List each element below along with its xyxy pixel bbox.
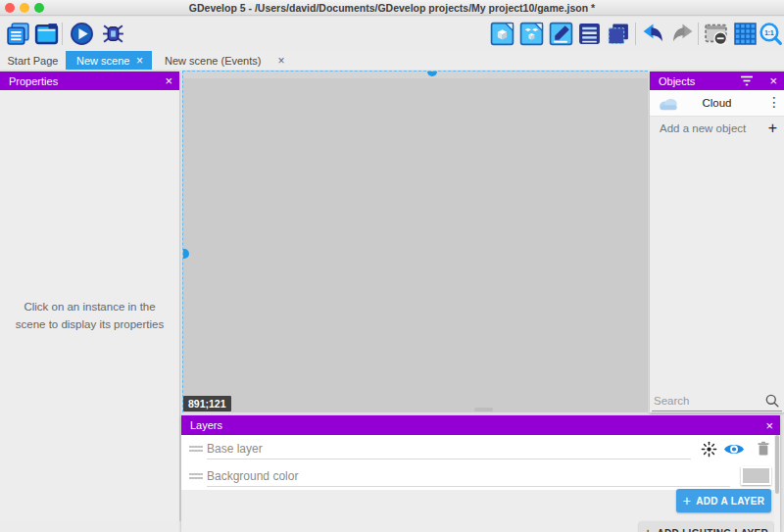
redo-icon (670, 22, 695, 46)
plus-icon: + (683, 494, 691, 508)
layer-name-input[interactable] (207, 438, 691, 459)
tab-new-scene[interactable]: New scene × (66, 51, 152, 70)
undo-button[interactable] (639, 20, 666, 47)
objects-panel-title: Objects (659, 75, 695, 87)
debugger-bug-icon (101, 22, 125, 46)
trash-icon (757, 441, 770, 457)
layer-row-base (181, 435, 774, 462)
toolbar-separator (62, 23, 63, 45)
add-new-object-label: Add a new object (650, 122, 746, 134)
layer-name-input[interactable] (207, 465, 730, 487)
objects-search-field[interactable] (652, 390, 782, 411)
tabbar: Start Page New scene × New scene (Events… (0, 51, 784, 70)
close-icon[interactable]: × (769, 73, 777, 88)
properties-panel-header: Properties × (0, 72, 179, 90)
properties-empty-message: Click on an instance in the scene to dis… (8, 299, 172, 334)
eye-icon (723, 442, 745, 457)
drag-handle-icon[interactable] (189, 473, 203, 481)
window-mask-icon (704, 22, 728, 46)
layers-stack-icon (606, 22, 630, 46)
statusbar-strip (0, 521, 181, 532)
add-lighting-layer-button[interactable]: + ADD LIGHTING LAYER (639, 521, 773, 532)
preview-play-button[interactable] (68, 20, 95, 47)
properties-panel: Properties × Click on an instance in the… (0, 72, 179, 521)
object-menu-button[interactable]: ⋮ (767, 94, 781, 110)
canvas-horizontal-scrollbar[interactable] (474, 408, 493, 411)
close-icon[interactable]: × (165, 73, 172, 88)
layer-row-background-color (181, 462, 774, 490)
search-icon (764, 393, 780, 412)
canvas-top-strip (183, 72, 648, 78)
instances-list-button[interactable] (575, 20, 603, 47)
layers-scrollbar[interactable] (774, 435, 780, 532)
play-icon (70, 22, 94, 46)
add-layer-label: ADD A LAYER (696, 496, 764, 507)
window-title: GDevelop 5 - /Users/david/Documents/GDev… (0, 2, 784, 14)
layers-panel-title: Layers (190, 419, 222, 431)
tab-label: Start Page (8, 55, 59, 67)
toggle-grid-button[interactable] (731, 20, 759, 47)
objects-editor-icon (490, 22, 514, 46)
effects-icon (701, 441, 717, 458)
selection-handle-left[interactable] (182, 249, 189, 259)
project-manager-icon (6, 22, 30, 46)
tab-close-icon[interactable]: × (136, 55, 143, 67)
scene-window-button[interactable] (32, 20, 60, 47)
filter-icon (740, 75, 754, 86)
scene-window-icon (34, 22, 59, 46)
tab-label: New scene (Events) (165, 55, 261, 67)
titlebar: GDevelop 5 - /Users/david/Documents/GDev… (0, 0, 784, 16)
project-manager-button[interactable] (4, 20, 31, 47)
zoom-1-1-icon: 1:1 (759, 22, 783, 46)
add-layer-button[interactable]: + ADD A LAYER (676, 489, 771, 512)
layer-effects-button[interactable] (698, 440, 719, 458)
instances-list-icon (577, 22, 602, 46)
svg-text:1:1: 1:1 (764, 28, 774, 35)
filter-button[interactable] (740, 75, 754, 88)
plus-icon: + (768, 121, 777, 136)
layers-editor-button[interactable] (604, 20, 631, 47)
objects-panel-header: Objects × (650, 72, 784, 90)
scene-properties-button[interactable] (547, 20, 574, 47)
layers-panel: Layers × (181, 415, 780, 532)
toggle-mask-button[interactable] (702, 20, 729, 47)
scene-canvas[interactable]: 891;121 (182, 71, 648, 412)
layer-visibility-button[interactable] (723, 440, 745, 458)
properties-panel-title: Properties (9, 75, 58, 87)
toolbar-separator (698, 23, 699, 45)
toolbar-separator (635, 23, 636, 45)
close-icon[interactable]: × (765, 418, 773, 433)
tab-start-page[interactable]: Start Page (0, 51, 66, 70)
tab-close-icon[interactable]: × (277, 55, 284, 67)
undo-icon (641, 22, 665, 46)
plus-icon: + (644, 526, 652, 532)
object-name: Cloud (650, 97, 784, 109)
object-groups-button[interactable] (517, 20, 545, 47)
tab-label: New scene (76, 55, 129, 67)
add-new-object-button[interactable]: Add a new object + (650, 117, 784, 139)
add-lighting-layer-label: ADD LIGHTING LAYER (658, 528, 768, 532)
gdevelop-window: GDevelop 5 - /Users/david/Documents/GDev… (0, 0, 784, 532)
tab-new-scene-events[interactable]: New scene (Events) × (152, 51, 295, 70)
cursor-coordinates-badge: 891;121 (183, 396, 231, 411)
grid-icon (733, 22, 758, 46)
objects-panel: Objects × Cloud ⋮ Add a ne (650, 72, 784, 412)
objects-search-input[interactable] (654, 392, 757, 410)
objects-editor-button[interactable] (488, 20, 515, 47)
toolbar: 1:1 (0, 17, 784, 51)
drag-handle-icon[interactable] (189, 446, 203, 454)
background-color-swatch[interactable] (741, 466, 771, 485)
zoom-original-button[interactable]: 1:1 (757, 20, 784, 47)
object-list-item-cloud[interactable]: Cloud ⋮ (650, 90, 784, 117)
layer-delete-button[interactable] (753, 440, 774, 458)
layers-panel-header: Layers × (181, 415, 780, 435)
edit-pencil-icon (549, 22, 573, 46)
debugger-button[interactable] (99, 20, 126, 47)
redo-button[interactable] (668, 20, 696, 47)
object-groups-icon (519, 22, 544, 46)
